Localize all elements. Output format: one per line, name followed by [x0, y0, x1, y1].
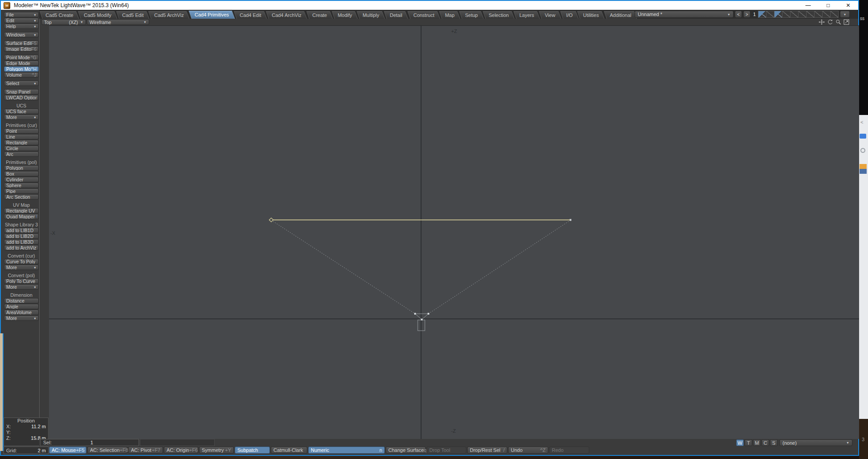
- mode-button-t[interactable]: T: [745, 439, 752, 446]
- layer-cell-3[interactable]: [774, 11, 782, 18]
- mode-button-c[interactable]: C: [762, 439, 769, 446]
- sidebar-item-add-to-lib1d[interactable]: add to LIB1D: [4, 228, 39, 233]
- sidebar-item-pipe[interactable]: Pipe: [4, 189, 39, 194]
- sidebar-item-image-editor[interactable]: Image EditorF6: [4, 46, 39, 52]
- maximize-viewport-icon[interactable]: [844, 19, 849, 25]
- sidebar-item-poly-to-curve[interactable]: Poly To Curve: [4, 279, 39, 284]
- sidebar-item-line[interactable]: Line: [4, 134, 39, 139]
- tab-setup[interactable]: Setup: [459, 11, 484, 19]
- mode-button-s[interactable]: S: [770, 439, 778, 446]
- sidebar-item-windows[interactable]: Windows▼: [4, 32, 39, 37]
- tab-modify[interactable]: Modify: [332, 11, 358, 19]
- toolbar-drop-rest-sel[interactable]: Drop/Rest Sel/: [467, 447, 507, 454]
- tab-selection[interactable]: Selection: [483, 11, 514, 19]
- tab-create[interactable]: Create: [306, 11, 333, 19]
- layer-options-dropdown[interactable]: ▼: [840, 11, 850, 18]
- sidebar-item-areavolume[interactable]: AreaVolume: [4, 310, 39, 315]
- sidebar-item-circle[interactable]: Circle: [4, 146, 39, 151]
- view-type-dropdown[interactable]: Top (XZ) ▼: [41, 19, 86, 25]
- tab-map[interactable]: Map: [439, 11, 460, 19]
- maximize-button[interactable]: □: [818, 1, 838, 10]
- sidebar-item-arc[interactable]: Arc: [4, 152, 39, 157]
- toolbar-numeric[interactable]: Numericn: [308, 447, 385, 454]
- tab-layers[interactable]: Layers: [513, 11, 540, 19]
- toolbar-change-surface[interactable]: Change Surfaceq: [386, 447, 426, 454]
- sidebar-item-polygon-mode[interactable]: Polygon Mode^H: [4, 66, 39, 72]
- toolbar-ac-origin[interactable]: AC: Origin+F6: [164, 447, 198, 454]
- layer-cell-2[interactable]: [766, 11, 774, 18]
- tab-cad5-archviz[interactable]: Cad5 ArchViz: [148, 11, 190, 19]
- sidebar-item-volume[interactable]: Volume^J: [4, 72, 39, 78]
- next-layer-bank-button[interactable]: >: [743, 11, 750, 18]
- minimize-button[interactable]: —: [798, 1, 818, 10]
- toolbar-ac-mouse[interactable]: AC: Mouse+F5: [49, 447, 86, 454]
- sidebar-item-edit[interactable]: Edit▼: [4, 18, 39, 23]
- tab-view[interactable]: View: [539, 11, 561, 19]
- sidebar-item-rectangle-uv[interactable]: Rectangle UV: [4, 208, 39, 213]
- sidebar-item-more[interactable]: More▼: [4, 316, 39, 321]
- layer-cell-10[interactable]: [830, 11, 839, 18]
- sidebar-item-polygon[interactable]: Polygon: [4, 165, 39, 171]
- tab-cad4-primitives[interactable]: Cad4 Primitives: [189, 11, 235, 19]
- sidebar-item-lwcad-options[interactable]: LWCAD Options: [4, 95, 39, 100]
- sidebar-item-file[interactable]: File▼: [4, 12, 39, 17]
- sidebar-item-angle[interactable]: Angle: [4, 304, 39, 309]
- tab-cad4-edit[interactable]: Cad4 Edit: [234, 11, 267, 19]
- sidebar-item-more[interactable]: More▼: [4, 284, 39, 290]
- layer-cell-4[interactable]: [782, 11, 791, 18]
- sidebar-item-cylinder[interactable]: Cylinder: [4, 177, 39, 182]
- mode-button-m[interactable]: M: [753, 439, 761, 446]
- sidebar-item-ucs-face[interactable]: UCS face: [4, 109, 39, 114]
- close-button[interactable]: ✕: [838, 1, 858, 10]
- sidebar-item-distance[interactable]: Distance: [4, 298, 39, 303]
- tab-cad4-archviz[interactable]: Cad4 ArchViz: [266, 11, 307, 19]
- tab-i-o[interactable]: I/O: [560, 11, 579, 19]
- layer-cell-1[interactable]: [758, 11, 766, 18]
- sidebar-item-surface-editor[interactable]: Surface EditorF5: [4, 41, 39, 46]
- tab-construct[interactable]: Construct: [407, 11, 440, 19]
- sidebar-item-more[interactable]: More▼: [4, 115, 39, 120]
- sidebar-item-edge-mode[interactable]: Edge Mode: [4, 61, 39, 66]
- sidebar-item-add-to-archviz[interactable]: add to ArchViz: [4, 245, 39, 250]
- toolbar-subpatch[interactable]: Subpatch: [235, 447, 270, 454]
- toolbar-ac-selection[interactable]: AC: Selection+F8: [87, 447, 127, 454]
- sidebar-item-help[interactable]: Help▼: [4, 24, 39, 29]
- sidebar-item-rectangle[interactable]: Rectangle: [4, 140, 39, 145]
- sidebar-item-box[interactable]: Box: [4, 171, 39, 176]
- toolbar-undo[interactable]: Undo^Z: [508, 447, 548, 454]
- tab-detail[interactable]: Detail: [384, 11, 408, 19]
- sidebar-item-sphere[interactable]: Sphere: [4, 183, 39, 188]
- rotate-icon[interactable]: [827, 19, 833, 25]
- render-mode-dropdown[interactable]: Wireframe ▼: [87, 19, 149, 25]
- sidebar-item-arc-section[interactable]: Arc Section: [4, 194, 39, 200]
- toolbar-symmetry[interactable]: Symmetry+Y: [199, 447, 234, 454]
- sidebar-item-point[interactable]: Point: [4, 128, 39, 134]
- tab-cad5-edit[interactable]: Cad5 Edit: [116, 11, 150, 19]
- prev-layer-bank-button[interactable]: <: [735, 11, 742, 18]
- layer-cell-9[interactable]: [822, 11, 831, 18]
- sidebar-item-more[interactable]: More▼: [4, 265, 39, 270]
- layer-cell-5[interactable]: [790, 11, 799, 18]
- tab-multiply[interactable]: Multiply: [357, 11, 385, 19]
- toolbar-ac-pivot[interactable]: AC: Pivot+F7: [128, 447, 163, 454]
- layer-cell-6[interactable]: [798, 11, 807, 18]
- mode-button-w[interactable]: W: [736, 439, 744, 446]
- sidebar-item-quad-mapper-uv[interactable]: Quad Mapper UV: [4, 214, 39, 219]
- zoom-icon[interactable]: [835, 19, 841, 25]
- layer-cell-8[interactable]: [814, 11, 823, 18]
- viewport[interactable]: +Z -X -Z: [49, 25, 859, 439]
- sidebar-item-add-to-lib3d[interactable]: add to LIB3D: [4, 239, 39, 245]
- layer-cell-7[interactable]: [806, 11, 815, 18]
- sidebar-item-point-mode[interactable]: Point Mode^G: [4, 55, 39, 60]
- tab-cad5-modify[interactable]: Cad5 Modify: [78, 11, 117, 19]
- sidebar-item-snap-panel[interactable]: Snap Panel: [4, 89, 39, 94]
- tab-cad5-create[interactable]: Cad5 Create: [40, 11, 79, 19]
- tab-additional[interactable]: Additional: [604, 11, 637, 19]
- tab-utilities[interactable]: Utilities: [577, 11, 605, 19]
- pan-icon[interactable]: [819, 19, 825, 25]
- vertex-map-dropdown[interactable]: (none) ▼: [779, 439, 852, 446]
- object-name-dropdown[interactable]: Unnamed * ▼: [635, 11, 734, 18]
- toolbar-catmull-clark[interactable]: Catmull-Clark: [271, 447, 307, 454]
- sidebar-item-curve-to-poly[interactable]: Curve To Poly: [4, 259, 39, 264]
- sidebar-item-select[interactable]: Select▼: [4, 81, 39, 86]
